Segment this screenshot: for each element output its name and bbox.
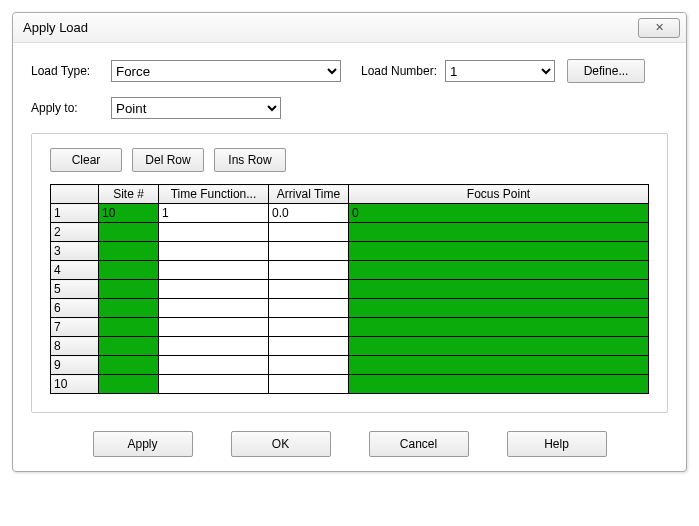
table-row[interactable]: 2 (51, 223, 649, 242)
row-number: 10 (51, 375, 99, 394)
cell-site[interactable] (99, 318, 159, 337)
table-row[interactable]: 8 (51, 337, 649, 356)
close-button[interactable]: ✕ (638, 18, 680, 38)
cell-site[interactable] (99, 261, 159, 280)
apply-load-dialog: Apply Load ✕ Load Type: Force Load Numbe… (12, 12, 687, 472)
del-row-button[interactable]: Del Row (132, 148, 204, 172)
header-row: Site # Time Function... Arrival Time Foc… (51, 185, 649, 204)
cell-time-function[interactable] (159, 280, 269, 299)
table-row[interactable]: 3 (51, 242, 649, 261)
cell-arrival-time[interactable] (269, 337, 349, 356)
cell-focus-point[interactable] (349, 375, 649, 394)
cell-focus-point[interactable] (349, 337, 649, 356)
define-button[interactable]: Define... (567, 59, 645, 83)
cell-time-function[interactable] (159, 242, 269, 261)
apply-button[interactable]: Apply (93, 431, 193, 457)
cell-site[interactable] (99, 223, 159, 242)
cell-site[interactable] (99, 375, 159, 394)
table-row[interactable]: 10 (51, 375, 649, 394)
cell-time-function[interactable]: 1 (159, 204, 269, 223)
row-number: 8 (51, 337, 99, 356)
cell-focus-point[interactable]: 0 (349, 204, 649, 223)
cell-time-function[interactable] (159, 261, 269, 280)
cell-arrival-time[interactable]: 0.0 (269, 204, 349, 223)
cell-site[interactable]: 10 (99, 204, 159, 223)
apply-to-label: Apply to: (31, 101, 111, 115)
cancel-button[interactable]: Cancel (369, 431, 469, 457)
load-type-label: Load Type: (31, 64, 111, 78)
row-number: 9 (51, 356, 99, 375)
load-type-select[interactable]: Force (111, 60, 341, 82)
cell-site[interactable] (99, 356, 159, 375)
col-time-function: Time Function... (159, 185, 269, 204)
help-button[interactable]: Help (507, 431, 607, 457)
cell-arrival-time[interactable] (269, 223, 349, 242)
row-number: 5 (51, 280, 99, 299)
load-number-select[interactable]: 1 (445, 60, 555, 82)
col-site: Site # (99, 185, 159, 204)
load-number-label: Load Number: (361, 64, 437, 78)
cell-focus-point[interactable] (349, 242, 649, 261)
footer-buttons: Apply OK Cancel Help (31, 431, 668, 457)
cell-site[interactable] (99, 337, 159, 356)
cell-focus-point[interactable] (349, 261, 649, 280)
table-buttons: Clear Del Row Ins Row (50, 148, 649, 172)
table-row[interactable]: 7 (51, 318, 649, 337)
cell-focus-point[interactable] (349, 356, 649, 375)
cell-focus-point[interactable] (349, 318, 649, 337)
ok-button[interactable]: OK (231, 431, 331, 457)
col-arrival-time: Arrival Time (269, 185, 349, 204)
table-row[interactable]: 5 (51, 280, 649, 299)
cell-arrival-time[interactable] (269, 299, 349, 318)
ins-row-button[interactable]: Ins Row (214, 148, 286, 172)
cell-site[interactable] (99, 242, 159, 261)
load-table[interactable]: Site # Time Function... Arrival Time Foc… (50, 184, 649, 394)
row-number: 4 (51, 261, 99, 280)
row-load-type: Load Type: Force Load Number: 1 Define..… (31, 59, 668, 83)
table-row[interactable]: 11010.00 (51, 204, 649, 223)
window-title: Apply Load (23, 20, 88, 35)
cell-arrival-time[interactable] (269, 318, 349, 337)
cell-site[interactable] (99, 280, 159, 299)
cell-arrival-time[interactable] (269, 356, 349, 375)
cell-arrival-time[interactable] (269, 280, 349, 299)
apply-to-select[interactable]: Point (111, 97, 281, 119)
cell-time-function[interactable] (159, 299, 269, 318)
clear-button[interactable]: Clear (50, 148, 122, 172)
row-apply-to: Apply to: Point (31, 97, 668, 119)
cell-time-function[interactable] (159, 337, 269, 356)
row-number: 3 (51, 242, 99, 261)
cell-time-function[interactable] (159, 223, 269, 242)
cell-arrival-time[interactable] (269, 261, 349, 280)
table-row[interactable]: 6 (51, 299, 649, 318)
row-number: 7 (51, 318, 99, 337)
cell-focus-point[interactable] (349, 299, 649, 318)
table-group: Clear Del Row Ins Row Site # Time Functi… (31, 133, 668, 413)
cell-focus-point[interactable] (349, 280, 649, 299)
cell-focus-point[interactable] (349, 223, 649, 242)
cell-arrival-time[interactable] (269, 242, 349, 261)
cell-site[interactable] (99, 299, 159, 318)
dialog-content: Load Type: Force Load Number: 1 Define..… (13, 43, 686, 471)
cell-time-function[interactable] (159, 375, 269, 394)
table-row[interactable]: 9 (51, 356, 649, 375)
close-icon: ✕ (655, 21, 664, 34)
cell-time-function[interactable] (159, 318, 269, 337)
cell-time-function[interactable] (159, 356, 269, 375)
table-row[interactable]: 4 (51, 261, 649, 280)
row-number: 1 (51, 204, 99, 223)
col-focus-point: Focus Point (349, 185, 649, 204)
row-number: 2 (51, 223, 99, 242)
row-number: 6 (51, 299, 99, 318)
cell-arrival-time[interactable] (269, 375, 349, 394)
titlebar: Apply Load ✕ (13, 13, 686, 43)
col-corner (51, 185, 99, 204)
